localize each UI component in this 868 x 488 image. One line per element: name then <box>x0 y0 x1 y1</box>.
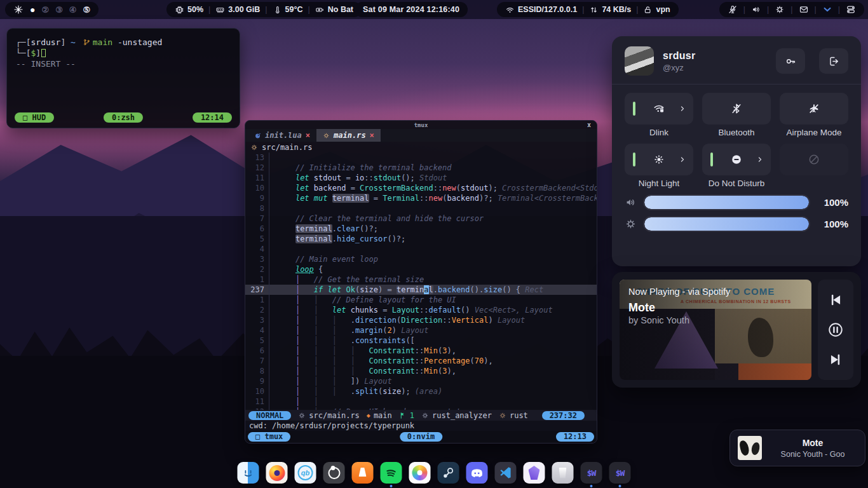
chevron-right-icon[interactable] <box>679 156 686 163</box>
tab-close-icon[interactable]: × <box>306 131 310 140</box>
clock[interactable]: Sat 09 Mar 2024 12:16:40 <box>355 2 468 17</box>
close-window-button[interactable]: x <box>587 121 591 128</box>
microphone-muted-icon[interactable] <box>728 4 738 15</box>
code-line[interactable]: 10 │ │ │ .split(size); (area) <box>245 386 597 396</box>
code-line[interactable]: 3 │ │ │ .direction(Direction::Vertical) … <box>245 315 597 325</box>
code-line[interactable]: 5 terminal.hide_cursor()?; <box>245 234 597 244</box>
airplane-mode-toggle[interactable] <box>780 93 848 125</box>
notification-card[interactable]: Mote Sonic Youth - Goo <box>729 430 865 466</box>
previous-track-button[interactable] <box>827 292 844 308</box>
dock-item-trash[interactable] <box>552 462 574 484</box>
code-line[interactable]: 12 // Initialize the terminal backend <box>245 163 597 173</box>
cwd-line: cwd: /home/srdusr/projects/typerpunk <box>245 421 597 431</box>
code-line[interactable]: 2 loop { <box>245 264 597 274</box>
pause-button[interactable] <box>827 322 844 338</box>
vpn-status: vpn <box>643 5 670 15</box>
code-line[interactable]: 3 // Main event loop <box>245 254 597 264</box>
wifi-toggle[interactable] <box>625 93 693 125</box>
dock-item-vscode[interactable] <box>495 462 517 484</box>
settings-icon[interactable] <box>775 4 785 15</box>
code-line[interactable]: 6 │ │ │ │ Constraint::Min(3), <box>245 346 597 356</box>
workspace-2[interactable]: ② <box>41 6 49 14</box>
statusline-file: src/main.rs <box>298 411 359 420</box>
code-line[interactable]: 237 │ if let Ok(size) = terminal.backend… <box>245 285 597 295</box>
code-line[interactable]: 9 │ │ │ ]) Layout <box>245 376 597 386</box>
dock-item-file-manager[interactable] <box>238 462 259 484</box>
workspace-3[interactable]: ③ <box>55 6 63 14</box>
workspaces-pill: ●②③④⑤ <box>5 2 98 17</box>
pause-icon <box>827 322 844 338</box>
chevron-right-icon[interactable] <box>756 156 764 163</box>
username: srdusr <box>663 50 762 62</box>
album-art[interactable]: SHAPE OF PUNK TO COME A CHIMERICAL BOMBI… <box>620 280 811 380</box>
code-line[interactable]: 6 terminal.clear()?; <box>245 224 597 234</box>
track-artist: by Sonic Youth <box>628 315 689 325</box>
night-light-toggle[interactable] <box>625 144 693 175</box>
dock-item-photos[interactable] <box>409 462 431 484</box>
dock-item-discord[interactable] <box>466 462 488 484</box>
code-line[interactable]: 8 │ │ │ │ Constraint::Min(3), <box>245 366 597 376</box>
blocked-toggle[interactable] <box>780 144 848 175</box>
workspace-5[interactable]: ⑤ <box>83 6 90 14</box>
code-line[interactable]: 10 let backend = CrosstermBackend::new(s… <box>245 183 597 193</box>
tab-main.rs[interactable]: main.rs× <box>316 129 381 142</box>
dock-item-spotify[interactable] <box>381 462 402 484</box>
code-line[interactable]: 9 let mut terminal = Terminal::new(backe… <box>245 193 597 203</box>
tmux-session-name[interactable]: □ tmux <box>248 432 290 442</box>
dock-item-steam[interactable] <box>438 462 459 484</box>
dock-item-firefox[interactable] <box>266 462 288 484</box>
tmux-window[interactable]: 0:nvim <box>400 432 442 442</box>
workspace-4[interactable]: ④ <box>69 6 77 14</box>
code-line[interactable]: 1 │ // Get the terminal size <box>245 274 597 285</box>
network-pill[interactable]: ESSID/127.0.0.1 | 74 KB/s | vpn <box>497 2 679 17</box>
brightness-row: 100% <box>625 217 848 231</box>
editor-statusline: NORMAL src/main.rs ◆main 1 rust_analyzer… <box>245 410 597 421</box>
tab-close-icon[interactable]: × <box>370 131 374 140</box>
code-line[interactable]: 8 <box>245 203 597 214</box>
code-line[interactable]: 13 <box>245 152 597 163</box>
dock-item-wterm-2[interactable]: $W <box>609 462 631 484</box>
dock-item-obs-studio[interactable] <box>323 462 345 484</box>
thermometer-icon <box>273 5 282 15</box>
code-line[interactable]: 11 let stdout = io::stdout(); Stdout <box>245 173 597 183</box>
media-controls <box>818 280 853 380</box>
code-area[interactable]: 1312 // Initialize the terminal backend1… <box>245 152 597 410</box>
line-number: 237 <box>245 285 269 295</box>
code-line[interactable]: 5 │ │ │ .constraints([ <box>245 336 597 346</box>
code-line[interactable]: 7 // Clear the terminal and hide the cur… <box>245 214 597 224</box>
editor-window[interactable]: tmux x init.lua×main.rs× src/main.rs 131… <box>245 120 597 444</box>
notifications-tray-icon[interactable] <box>799 4 809 15</box>
dock-item-vlc[interactable] <box>352 462 374 484</box>
brightness-slider[interactable] <box>644 217 809 231</box>
do-not-disturb-toggle[interactable] <box>702 144 771 175</box>
code-line[interactable]: 2 │ │ let chunks = Layout::default() Vec… <box>245 305 597 315</box>
code-line[interactable]: 11 │ │ <box>245 396 597 407</box>
now-playing-label: Now Playing - via Spotify <box>628 287 730 297</box>
tmux-session-name[interactable]: □ HUD <box>15 112 54 123</box>
tab-init.lua[interactable]: init.lua× <box>248 129 316 142</box>
volume-icon[interactable] <box>751 4 761 15</box>
terminal-window[interactable]: ┌─[srdusr] ~ main -unstaged └─[$] -- INS… <box>6 28 240 128</box>
control-panel-icon[interactable] <box>846 4 856 15</box>
code-line[interactable]: 4 <box>245 244 597 254</box>
bluetooth-toggle[interactable] <box>702 93 771 125</box>
workspace-1[interactable]: ● <box>30 5 35 14</box>
statusline-diagnostics: 1 <box>399 411 414 420</box>
dock-item-wterm-1[interactable]: $W <box>581 462 602 484</box>
tmux-window[interactable]: 0:zsh <box>104 112 143 123</box>
shell-prompt-line-2: └─[$] <box>16 48 231 58</box>
chevron-right-icon[interactable] <box>679 105 686 112</box>
code-line[interactable]: 1 │ │ // Define layout for the UI <box>245 295 597 305</box>
line-number: 9 <box>245 376 269 386</box>
quick-toggles: DlinkBluetoothAirplane ModeNight LightDo… <box>625 93 848 189</box>
dock-item-obsidian[interactable] <box>524 462 545 484</box>
dock-item-qbittorrent[interactable]: qb <box>295 462 316 484</box>
logout-button[interactable] <box>819 48 848 74</box>
code-line[interactable]: 7 │ │ │ │ Constraint::Percentage(70), <box>245 356 597 366</box>
next-track-button[interactable] <box>827 351 844 368</box>
lock-keys-button[interactable] <box>776 48 805 74</box>
line-number: 10 <box>245 183 269 193</box>
volume-slider[interactable] <box>644 196 809 209</box>
code-line[interactable]: 4 │ │ │ .margin(2) Layout <box>245 325 597 336</box>
chevron-down-icon[interactable] <box>822 4 832 15</box>
